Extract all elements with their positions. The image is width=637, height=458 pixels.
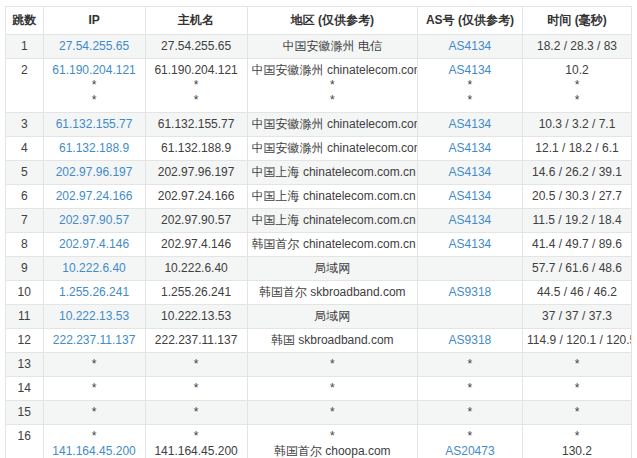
ip-link[interactable]: 61.132.188.9 (59, 141, 129, 155)
as-link[interactable]: AS4134 (449, 237, 492, 251)
asn-cell (417, 305, 522, 329)
ip-link[interactable]: 61.132.155.77 (56, 117, 133, 131)
as-link[interactable]: AS4134 (449, 63, 492, 77)
region-cell: 中国上海 chinatelecom.com.cn 电信 (247, 161, 417, 185)
ip-cell: 27.54.255.65 (43, 35, 145, 59)
time-text: 114.9 / 120.1 / 120.5 (527, 333, 627, 348)
host-cell: 202.97.90.57 (145, 209, 247, 233)
as-link[interactable]: AS4134 (449, 189, 492, 203)
ip-line: 202.97.90.57 (48, 213, 141, 228)
time-text: 11.5 / 19.2 / 18.4 (527, 213, 627, 228)
ip-text: * (48, 357, 141, 372)
as-link[interactable]: AS4134 (449, 117, 492, 131)
trace-table-body: 127.54.255.6527.54.255.65中国安徽滁州 电信AS4134… (6, 35, 632, 458)
time-cell: 10.2** (523, 59, 632, 113)
region-text: 中国安徽滁州 chinatelecom.com.cn 电信 (252, 117, 413, 132)
region-text: * (252, 381, 413, 396)
ip-link[interactable]: 222.237.11.137 (53, 333, 136, 347)
host-text: 1.255.26.241 (150, 285, 243, 300)
hop-cell: 8 (6, 233, 44, 257)
as-link[interactable]: AS9318 (449, 285, 492, 299)
hop-cell: 12 (6, 329, 44, 353)
as-link[interactable]: AS4134 (449, 165, 492, 179)
ip-line: 27.54.255.65 (48, 39, 141, 54)
as-link[interactable]: AS9318 (449, 333, 492, 347)
region-text: 中国上海 chinatelecom.com.cn 电信 (252, 165, 413, 180)
time-cell: 12.1 / 18.2 / 6.1 (523, 137, 632, 161)
hop-cell: 15 (6, 401, 44, 425)
ip-link[interactable]: 27.54.255.65 (59, 39, 129, 53)
table-row: 14***** (6, 377, 632, 401)
host-text: * (150, 78, 243, 93)
time-text: * (527, 93, 627, 108)
region-text: 局域网 (252, 261, 413, 276)
host-cell: 61.132.155.77 (145, 113, 247, 137)
ip-cell: 222.237.11.137 (43, 329, 145, 353)
ip-link[interactable]: 202.97.96.197 (56, 165, 133, 179)
region-cell: 中国安徽滁州 chinatelecom.com.cn 电信** (247, 59, 417, 113)
as-link[interactable]: AS4134 (449, 213, 492, 227)
ip-cell: 1.255.26.241 (43, 281, 145, 305)
hop-cell: 10 (6, 281, 44, 305)
ip-link[interactable]: 61.190.204.121 (52, 63, 135, 77)
region-cell: 韩国首尔 chinatelecom.com.cn 电信 (247, 233, 417, 257)
time-text: * (527, 405, 627, 420)
ip-text: * (48, 381, 141, 396)
asn-cell: *AS20473AS20473 (417, 425, 522, 458)
ip-link[interactable]: 202.97.24.166 (56, 189, 133, 203)
ip-cell: 202.97.24.166 (43, 185, 145, 209)
host-text: * (150, 381, 243, 396)
time-cell: 37 / 37 / 37.3 (523, 305, 632, 329)
region-text: * (252, 78, 413, 93)
asn-text: * (422, 78, 518, 93)
region-cell: 中国上海 chinatelecom.com.cn 电信 (247, 185, 417, 209)
traceroute-table: 跳数 IP 主机名 地区 (仅供参考) AS号 (仅供参考) 时间 (毫秒) 1… (5, 6, 632, 458)
hop-cell: 3 (6, 113, 44, 137)
ip-line: 202.97.4.146 (48, 237, 141, 252)
time-text: 57.7 / 61.6 / 48.6 (527, 261, 627, 276)
region-text: 韩国 skbroadband.com (252, 333, 413, 348)
col-header-region: 地区 (仅供参考) (247, 7, 417, 35)
ip-link[interactable]: 141.164.45.200 (52, 444, 135, 458)
ip-link[interactable]: 10.222.13.53 (59, 309, 129, 323)
time-text: 130.2 (527, 444, 627, 458)
ip-cell: *141.164.45.200141.164.45.200 (43, 425, 145, 458)
asn-cell: * (417, 401, 522, 425)
region-cell: 中国安徽滁州 chinatelecom.com.cn 电信 (247, 137, 417, 161)
host-cell: 61.190.204.121** (145, 59, 247, 113)
as-link[interactable]: AS20473 (445, 444, 494, 458)
ip-link[interactable]: 10.222.6.40 (62, 261, 125, 275)
ip-link[interactable]: 202.97.90.57 (59, 213, 129, 227)
host-text: 202.97.24.166 (150, 189, 243, 204)
table-row: 12222.237.11.137222.237.11.137韩国 skbroad… (6, 329, 632, 353)
asn-text: * (422, 429, 518, 444)
as-link[interactable]: AS4134 (449, 141, 492, 155)
asn-cell (417, 257, 522, 281)
host-text: * (150, 405, 243, 420)
time-cell: * (523, 401, 632, 425)
hop-cell: 5 (6, 161, 44, 185)
ip-line: 10.222.13.53 (48, 309, 141, 324)
ip-line: 61.190.204.121 (48, 63, 141, 78)
region-cell: * (247, 353, 417, 377)
ip-cell: 202.97.4.146 (43, 233, 145, 257)
hop-number: 1 (10, 39, 39, 54)
as-link[interactable]: AS4134 (449, 39, 492, 53)
asn-line: AS9318 (422, 333, 518, 348)
region-cell: 局域网 (247, 305, 417, 329)
region-cell: 中国安徽滁州 电信 (247, 35, 417, 59)
host-cell: 202.97.96.197 (145, 161, 247, 185)
host-cell: * (145, 353, 247, 377)
host-text: 61.132.188.9 (150, 141, 243, 156)
ip-line: 222.237.11.137 (48, 333, 141, 348)
region-cell: 局域网 (247, 257, 417, 281)
hop-number: 2 (10, 63, 39, 78)
hop-number: 3 (10, 117, 39, 132)
ip-link[interactable]: 1.255.26.241 (59, 285, 129, 299)
ip-cell: 10.222.13.53 (43, 305, 145, 329)
region-cell: * (247, 401, 417, 425)
table-row: 16*141.164.45.200141.164.45.200*141.164.… (6, 425, 632, 458)
ip-cell: 61.190.204.121** (43, 59, 145, 113)
table-row: 7202.97.90.57202.97.90.57中国上海 chinatelec… (6, 209, 632, 233)
ip-link[interactable]: 202.97.4.146 (59, 237, 129, 251)
